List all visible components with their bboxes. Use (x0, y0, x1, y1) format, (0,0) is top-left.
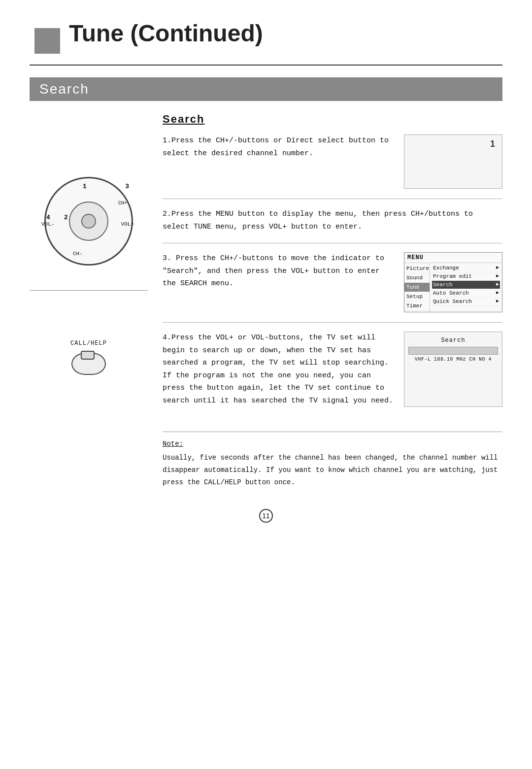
title-bar-block (34, 28, 60, 54)
menu-item-picture: Picture (404, 264, 430, 273)
step-1-content: 1.Press the CH+/-buttons or Direct selec… (163, 136, 389, 158)
left-column: 1 3 2 4 CH+ VOL- MENU VOL+ CH- CALL/HELP (30, 113, 158, 489)
step-2-block: 2.Press the MENU button to display the m… (163, 208, 502, 243)
search-screen-info: VHF-L 188.16 MHz CH NO 4 (408, 357, 498, 362)
page-title: Tune (Continued) (69, 20, 263, 47)
menu-body: Picture Sound Tune Setup Timer Exchange … (404, 263, 502, 312)
remote-btn3-label: 3 (125, 183, 129, 190)
remote-chminus-label: CH- (73, 251, 83, 257)
step-1-block: 1.Press the CH+/-buttons or Direct selec… (163, 134, 502, 199)
remote-btn1-label: 1 (83, 183, 87, 190)
menu-exchange-label: Exchange (433, 265, 459, 271)
remote-diagram: 1 3 2 4 CH+ VOL- MENU VOL+ CH- (39, 172, 138, 270)
search-screen-title: Search (408, 337, 498, 344)
title-underline (30, 65, 502, 66)
note-section: Note: Usually, five seconds after the ch… (163, 432, 502, 489)
remote-btn4-label: 4 (46, 214, 50, 221)
page-number-container: 11 (30, 509, 502, 523)
menu-left-panel: Picture Sound Tune Setup Timer (404, 263, 430, 312)
step-1-image-number: 1 (490, 139, 495, 149)
subsection-title: Search (163, 113, 502, 126)
menu-quick-search-arrow: ► (496, 299, 499, 304)
menu-item-timer: Timer (404, 301, 430, 311)
menu-program-edit: Program edit ► (432, 272, 500, 281)
step-2-content: 2.Press the MENU button to display the m… (163, 210, 473, 231)
callhelp-section: CALL/HELP (69, 340, 108, 379)
step-4-text: 4.Press the VOL+ or VOL-buttons, the TV … (163, 332, 396, 407)
step-2-text: 2.Press the MENU button to display the m… (163, 208, 502, 233)
menu-right-panel: Exchange ► Program edit ► Search ► (430, 263, 502, 312)
remote-btn2-label: 2 (64, 214, 68, 221)
note-text: Usually, five seconds after the channel … (163, 452, 502, 489)
step-4-block: 4.Press the VOL+ or VOL-buttons, the TV … (163, 332, 502, 417)
main-layout: 1 3 2 4 CH+ VOL- MENU VOL+ CH- CALL/HELP (30, 113, 502, 489)
remote-volplus-label: VOL+ (121, 221, 134, 227)
callhelp-label: CALL/HELP (70, 340, 107, 347)
menu-diagram: MENU Picture Sound Tune Setup Timer Exch… (404, 252, 502, 312)
right-column: Search 1.Press the CH+/-buttons or Direc… (158, 113, 502, 489)
menu-auto-search-label: Auto Search (433, 290, 469, 296)
remote-chplus-label: CH+ (118, 201, 127, 206)
menu-search-arrow: ► (496, 282, 499, 288)
menu-quick-search-label: Quick Search (433, 299, 472, 304)
menu-auto-search-arrow: ► (496, 290, 499, 296)
section-header: Search (30, 77, 502, 101)
menu-item-tune: Tune (404, 283, 430, 292)
menu-item-sound: Sound (404, 273, 430, 283)
menu-program-edit-arrow: ► (496, 273, 499, 279)
menu-exchange: Exchange ► (432, 264, 500, 272)
step-3-block: 3. Press the CH+/-buttons to move the in… (163, 252, 502, 323)
menu-program-edit-label: Program edit (433, 273, 472, 279)
remote-volminus-label: VOL- (41, 221, 54, 227)
callhelp-icon (69, 350, 108, 379)
step-4-content: 4.Press the VOL+ or VOL-buttons, the TV … (163, 334, 393, 405)
search-screen-progress-bar (408, 347, 498, 355)
page: Tune (Continued) Search 1 3 2 4 CH+ VOL-… (0, 0, 532, 769)
step-1-image: 1 (404, 134, 502, 189)
menu-search: Search ► (432, 281, 500, 289)
search-screen: Search VHF-L 188.16 MHz CH NO 4 (404, 332, 502, 407)
menu-search-label: Search (433, 282, 453, 288)
page-number: 11 (259, 509, 273, 523)
menu-auto-search: Auto Search ► (432, 289, 500, 298)
menu-title: MENU (404, 253, 502, 263)
menu-exchange-arrow: ► (496, 265, 499, 271)
note-label: Note: (163, 440, 502, 448)
step-3-text: 3. Press the CH+/-buttons to move the in… (163, 252, 396, 312)
step-3-content: 3. Press the CH+/-buttons to move the in… (163, 254, 384, 288)
menu-quick-search: Quick Search ► (432, 298, 500, 306)
menu-item-setup: Setup (404, 292, 430, 301)
step-1-text: 1.Press the CH+/-buttons or Direct selec… (163, 134, 396, 189)
